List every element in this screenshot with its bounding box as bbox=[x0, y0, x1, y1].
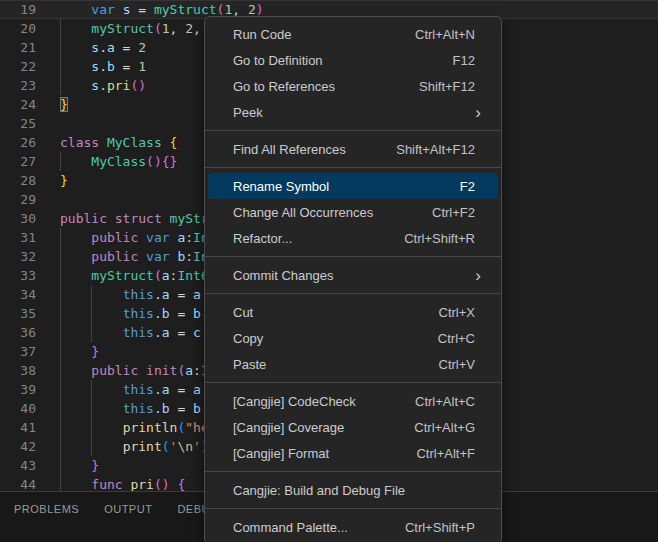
menu-item-cut[interactable]: CutCtrl+X bbox=[205, 299, 501, 325]
menu-item-shortcut: F12 bbox=[453, 53, 475, 68]
code-text: public var a:Int64 bbox=[36, 228, 232, 247]
menu-item-shortcut: Shift+Alt+F12 bbox=[396, 142, 475, 157]
code-text: } bbox=[36, 95, 68, 114]
menu-item-label: Cut bbox=[233, 305, 439, 320]
line-number[interactable]: 26 bbox=[0, 133, 36, 152]
menu-item-shortcut: Ctrl+Shift+R bbox=[404, 231, 475, 246]
menu-item-go-to-references[interactable]: Go to ReferencesShift+F12 bbox=[205, 73, 501, 99]
line-number[interactable]: 31 bbox=[0, 228, 36, 247]
code-text: } bbox=[36, 171, 68, 190]
menu-item-label: Peek bbox=[233, 105, 469, 120]
menu-item-shortcut: Ctrl+Alt+C bbox=[415, 394, 475, 409]
panel-tab-problems[interactable]: PROBLEMS bbox=[14, 503, 79, 515]
menu-item-label: [Cangjie] Format bbox=[233, 446, 416, 461]
line-number[interactable]: 37 bbox=[0, 342, 36, 361]
menu-item-shortcut: Shift+F12 bbox=[419, 79, 475, 94]
menu-item-shortcut: Ctrl+Shift+P bbox=[405, 520, 475, 535]
line-number[interactable]: 23 bbox=[0, 76, 36, 95]
menu-item-shortcut: F2 bbox=[460, 179, 475, 194]
menu-separator bbox=[205, 293, 501, 294]
line-number[interactable]: 25 bbox=[0, 114, 36, 133]
menu-item-label: Copy bbox=[233, 331, 438, 346]
menu-item-refactor[interactable]: Refactor...Ctrl+Shift+R bbox=[205, 225, 501, 251]
menu-item-go-to-definition[interactable]: Go to DefinitionF12 bbox=[205, 47, 501, 73]
line-number[interactable]: 40 bbox=[0, 399, 36, 418]
menu-item-peek[interactable]: Peek› bbox=[205, 99, 501, 125]
code-text: MyClass(){} bbox=[36, 152, 177, 171]
line-number[interactable]: 39 bbox=[0, 380, 36, 399]
code-text: } bbox=[36, 342, 99, 361]
menu-item-command-palette[interactable]: Command Palette...Ctrl+Shift+P bbox=[205, 514, 501, 540]
menu-item-find-all-references[interactable]: Find All ReferencesShift+Alt+F12 bbox=[205, 136, 501, 162]
menu-item-shortcut: Ctrl+F2 bbox=[432, 205, 475, 220]
code-text: myStruct(a:Int64 bbox=[36, 266, 217, 285]
indent-guide bbox=[60, 19, 61, 95]
menu-item-label: Paste bbox=[233, 357, 439, 372]
menu-item-label: Command Palette... bbox=[233, 520, 405, 535]
menu-item-rename-symbol[interactable]: Rename SymbolF2 bbox=[208, 173, 498, 199]
indent-guide bbox=[60, 152, 61, 171]
menu-separator bbox=[205, 471, 501, 472]
code-text: s.a = 2 bbox=[36, 38, 146, 57]
line-number[interactable]: 21 bbox=[0, 38, 36, 57]
line-number[interactable]: 33 bbox=[0, 266, 36, 285]
menu-item-shortcut: Ctrl+C bbox=[438, 331, 475, 346]
editor-context-menu: Run CodeCtrl+Alt+NGo to DefinitionF12Go … bbox=[204, 16, 502, 542]
line-number[interactable]: 34 bbox=[0, 285, 36, 304]
menu-item-label: Go to References bbox=[233, 79, 419, 94]
indent-guide bbox=[91, 285, 92, 342]
panel-tab-output[interactable]: OUTPUT bbox=[104, 503, 152, 515]
indent-guide bbox=[60, 228, 61, 494]
line-number[interactable]: 29 bbox=[0, 190, 36, 209]
line-number[interactable]: 43 bbox=[0, 456, 36, 475]
line-number[interactable]: 28 bbox=[0, 171, 36, 190]
indent-guide bbox=[91, 380, 92, 456]
line-number[interactable]: 24 bbox=[0, 95, 36, 114]
line-number[interactable]: 22 bbox=[0, 57, 36, 76]
menu-separator bbox=[205, 256, 501, 257]
menu-separator bbox=[205, 167, 501, 168]
menu-item-label: [Cangjie] CodeCheck bbox=[233, 394, 415, 409]
submenu-chevron-icon: › bbox=[475, 104, 481, 121]
menu-item-label: Rename Symbol bbox=[233, 179, 460, 194]
menu-item-run-code[interactable]: Run CodeCtrl+Alt+N bbox=[205, 21, 501, 47]
line-number[interactable]: 36 bbox=[0, 323, 36, 342]
menu-separator bbox=[205, 508, 501, 509]
menu-item-cangjie-coverage[interactable]: [Cangjie] CoverageCtrl+Alt+G bbox=[205, 414, 501, 440]
menu-item-shortcut: Ctrl+Alt+N bbox=[415, 27, 475, 42]
menu-item-cangjie-build-and-debug-file[interactable]: Cangjie: Build and Debug File bbox=[205, 477, 501, 503]
menu-item-paste[interactable]: PasteCtrl+V bbox=[205, 351, 501, 377]
menu-item-label: [Cangjie] Coverage bbox=[233, 420, 414, 435]
code-text: s.pri() bbox=[36, 76, 146, 95]
line-number[interactable]: 30 bbox=[0, 209, 36, 228]
menu-item-label: Go to Definition bbox=[233, 53, 453, 68]
line-number[interactable]: 38 bbox=[0, 361, 36, 380]
menu-item-label: Find All References bbox=[233, 142, 396, 157]
code-text: class MyClass { bbox=[36, 133, 177, 152]
menu-item-shortcut: Ctrl+X bbox=[439, 305, 475, 320]
menu-item-cangjie-codecheck[interactable]: [Cangjie] CodeCheckCtrl+Alt+C bbox=[205, 388, 501, 414]
menu-item-change-all-occurrences[interactable]: Change All OccurrencesCtrl+F2 bbox=[205, 199, 501, 225]
line-number[interactable]: 32 bbox=[0, 247, 36, 266]
menu-item-commit-changes[interactable]: Commit Changes› bbox=[205, 262, 501, 288]
line-number[interactable]: 41 bbox=[0, 418, 36, 437]
line-number[interactable]: 42 bbox=[0, 437, 36, 456]
menu-item-shortcut: Ctrl+Alt+G bbox=[414, 420, 475, 435]
line-number[interactable]: 19 bbox=[0, 0, 36, 19]
code-text: s.b = 1 bbox=[36, 57, 146, 76]
menu-item-cangjie-format[interactable]: [Cangjie] FormatCtrl+Alt+F bbox=[205, 440, 501, 466]
menu-item-label: Cangjie: Build and Debug File bbox=[233, 483, 475, 498]
menu-item-label: Commit Changes bbox=[233, 268, 469, 283]
code-text: print('\n') bbox=[36, 437, 209, 456]
line-number[interactable]: 27 bbox=[0, 152, 36, 171]
code-text bbox=[36, 114, 60, 133]
menu-item-label: Run Code bbox=[233, 27, 415, 42]
menu-item-shortcut: Ctrl+Alt+F bbox=[416, 446, 475, 461]
menu-separator bbox=[205, 382, 501, 383]
code-text: } bbox=[36, 456, 99, 475]
code-text: public var b:Int64 bbox=[36, 247, 232, 266]
line-number[interactable]: 20 bbox=[0, 19, 36, 38]
menu-item-copy[interactable]: CopyCtrl+C bbox=[205, 325, 501, 351]
submenu-chevron-icon: › bbox=[475, 267, 481, 284]
line-number[interactable]: 35 bbox=[0, 304, 36, 323]
